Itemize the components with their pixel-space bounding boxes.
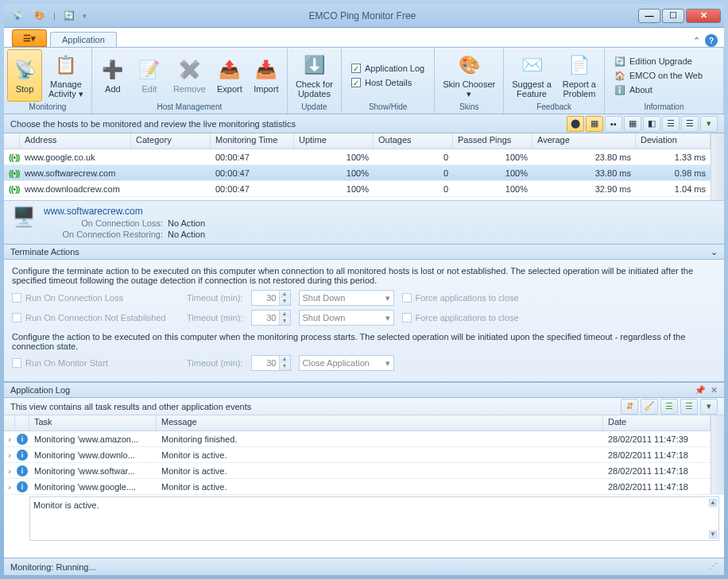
view-detail1-button[interactable]: ☰ bbox=[662, 116, 680, 132]
maximize-button[interactable]: ☐ bbox=[662, 9, 684, 23]
view-detail2-button[interactable]: ☰ bbox=[681, 116, 699, 132]
log-grid-header: Task Message Date bbox=[4, 415, 711, 431]
run-on-loss-check[interactable]: Run On Connection Loss bbox=[12, 293, 179, 303]
cell-passed: 100% bbox=[453, 167, 532, 179]
cell-date: 28/02/2011 11:47:18 bbox=[603, 481, 711, 493]
onrest-value: No Action bbox=[168, 230, 205, 239]
log-tool-3[interactable]: ☰ bbox=[660, 399, 678, 415]
cell-category bbox=[131, 172, 211, 175]
cell-message: Monitoring finished. bbox=[157, 433, 603, 446]
title-bar: 📡 🎨 | 🔄 ▾ EMCO Ping Monitor Free — ☐ ✕ bbox=[4, 4, 724, 28]
cell-outages: 0 bbox=[374, 183, 453, 195]
expand-icon[interactable]: › bbox=[4, 434, 15, 444]
col-uptime[interactable]: Uptime bbox=[294, 133, 374, 149]
timeout-spin-1[interactable]: ▲▼ bbox=[251, 290, 291, 306]
log-tool-2[interactable]: 🧹 bbox=[641, 399, 658, 415]
action-combo-1[interactable]: Shut Down▾ bbox=[299, 290, 394, 306]
view-more-button[interactable]: ▾ bbox=[700, 116, 718, 132]
help-icon[interactable]: ? bbox=[705, 34, 718, 47]
expand-icon[interactable]: › bbox=[4, 466, 15, 476]
scroll-up-icon[interactable]: ▲ bbox=[709, 499, 717, 507]
add-icon: ➕ bbox=[100, 57, 126, 83]
export-button[interactable]: 📤Export bbox=[212, 49, 247, 102]
terminate-desc1: Configure the terminate action to be exe… bbox=[12, 266, 716, 285]
view-list-button[interactable]: ▦ bbox=[586, 116, 603, 132]
timeout-spin-2[interactable]: ▲▼ bbox=[251, 310, 291, 326]
check-applog[interactable]: ✓Application Log bbox=[351, 64, 424, 73]
check-hostdetails[interactable]: ✓Host Details bbox=[351, 78, 424, 87]
table-row[interactable]: ((•)) www.google.co.uk 00:00:47 100% 0 1… bbox=[4, 149, 711, 165]
col-category[interactable]: Category bbox=[131, 133, 211, 149]
signal-icon: ((•)) bbox=[9, 168, 20, 178]
log-row[interactable]: › i Monitoring 'www.softwar... Monitor i… bbox=[4, 463, 711, 479]
terminate-desc2: Configure the action to be executed on t… bbox=[12, 332, 716, 351]
view-tree-button[interactable]: ◧ bbox=[643, 116, 660, 132]
pin-icon[interactable]: 📌 bbox=[695, 385, 706, 396]
about-link[interactable]: ℹ️About bbox=[613, 84, 704, 96]
group-skins-label: Skins bbox=[438, 102, 500, 112]
run-notest-check[interactable]: Run On Connection Not Established bbox=[12, 313, 179, 322]
add-button[interactable]: ➕Add bbox=[95, 49, 130, 102]
timeout-spin-3[interactable]: ▲▼ bbox=[251, 355, 291, 371]
col-outages[interactable]: Outages bbox=[374, 133, 453, 149]
view-small-button[interactable]: ▪▪ bbox=[605, 116, 622, 132]
action-combo-3[interactable]: Close Application▾ bbox=[299, 355, 394, 371]
cell-address: www.softwarecrew.com bbox=[20, 167, 131, 179]
expand-icon[interactable]: › bbox=[4, 450, 15, 460]
log-col-task[interactable]: Task bbox=[29, 415, 157, 430]
col-deviation[interactable]: Deviation bbox=[636, 133, 711, 149]
close-button[interactable]: ✕ bbox=[686, 9, 721, 23]
log-row[interactable]: › i Monitoring 'www.amazon... Monitoring… bbox=[4, 431, 711, 447]
log-scrollbar[interactable] bbox=[711, 415, 724, 495]
col-average[interactable]: Average bbox=[532, 133, 636, 149]
action-combo-2[interactable]: Shut Down▾ bbox=[299, 310, 394, 326]
col-address[interactable]: Address bbox=[20, 133, 131, 149]
scroll-down-icon[interactable]: ▼ bbox=[709, 531, 717, 538]
force-close-check-2[interactable]: Force applications to close bbox=[402, 313, 519, 322]
manage-activity-button[interactable]: 📋 Manage Activity ▾ bbox=[44, 49, 88, 102]
log-tool-5[interactable]: ▾ bbox=[700, 399, 718, 415]
resize-grip-icon[interactable]: ⋰ bbox=[709, 562, 718, 572]
skin-chooser-button[interactable]: 🎨Skin Chooser▾ bbox=[438, 49, 500, 102]
stop-button[interactable]: 📡 Stop bbox=[7, 49, 42, 102]
view-grid-button[interactable]: ▦ bbox=[624, 116, 641, 132]
qat-update-icon[interactable]: 🔄 bbox=[60, 7, 78, 25]
table-row[interactable]: ((•)) www.softwarecrew.com 00:00:47 100%… bbox=[4, 165, 711, 181]
cell-task: Monitoring 'www.downlo... bbox=[29, 449, 157, 461]
remove-icon: ✖️ bbox=[176, 57, 202, 83]
report-button[interactable]: 📄Report a Problem bbox=[558, 49, 601, 102]
log-row[interactable]: › i Monitoring 'www.downlo... Monitor is… bbox=[4, 447, 711, 463]
force-close-check-1[interactable]: Force applications to close bbox=[402, 293, 519, 303]
import-button[interactable]: 📥Import bbox=[249, 49, 284, 102]
grid-scrollbar[interactable] bbox=[711, 133, 724, 200]
ribbon-collapse-icon[interactable]: ⌃ bbox=[693, 36, 700, 46]
log-tool-4[interactable]: ☰ bbox=[680, 399, 698, 415]
cell-task: Monitoring 'www.softwar... bbox=[29, 465, 157, 477]
applog-header: Application Log 📌 ✕ bbox=[4, 382, 724, 398]
edit-button[interactable]: 📝Edit bbox=[132, 49, 167, 102]
log-col-date[interactable]: Date bbox=[603, 415, 711, 430]
minimize-button[interactable]: — bbox=[638, 9, 660, 23]
log-row[interactable]: › i Monitoring 'www.google.... Monitor i… bbox=[4, 479, 711, 495]
terminate-header[interactable]: Terminate Actions ⌄ bbox=[4, 244, 724, 260]
check-updates-button[interactable]: ⬇️Check for Updates bbox=[291, 49, 338, 102]
app-icon[interactable]: 📡 bbox=[9, 7, 26, 25]
collapse-icon[interactable]: ⌄ bbox=[711, 247, 718, 257]
app-menu-button[interactable]: ☰▾ bbox=[12, 29, 47, 47]
run-monstart-check[interactable]: Run On Monitor Start bbox=[12, 358, 179, 368]
log-tool-1[interactable]: ⇵ bbox=[621, 399, 638, 415]
expand-icon[interactable]: › bbox=[4, 482, 15, 492]
table-row[interactable]: ((•)) www.downloadcrew.com 00:00:47 100%… bbox=[4, 181, 711, 197]
col-montime[interactable]: Monitoring Time bbox=[211, 133, 294, 149]
suggest-button[interactable]: ✉️Suggest a Feature bbox=[507, 49, 556, 102]
col-passed[interactable]: Passed Pings bbox=[453, 133, 532, 149]
cell-montime: 00:00:47 bbox=[211, 167, 294, 179]
log-col-message[interactable]: Message bbox=[157, 415, 603, 430]
tab-application[interactable]: Application bbox=[50, 32, 117, 47]
emco-web-link[interactable]: 🏠EMCO on the Web bbox=[613, 70, 704, 82]
qat-skin-icon[interactable]: 🎨 bbox=[31, 7, 48, 25]
remove-button[interactable]: ✖️Remove bbox=[168, 49, 211, 102]
edition-upgrade-link[interactable]: 🔄Edition Upgrade bbox=[613, 56, 704, 68]
close-log-icon[interactable]: ✕ bbox=[711, 385, 718, 396]
view-icons-button[interactable]: ⬤ bbox=[567, 116, 584, 132]
